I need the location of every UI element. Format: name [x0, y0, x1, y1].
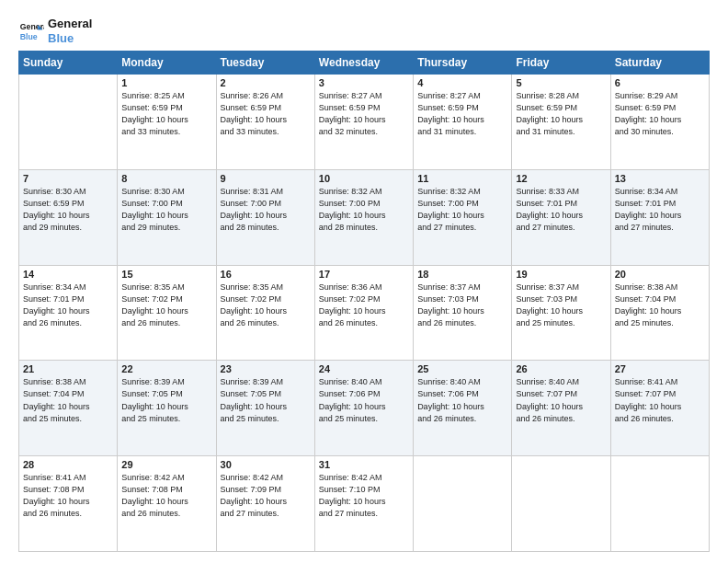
calendar-cell: 7Sunrise: 8:30 AM Sunset: 6:59 PM Daylig…: [19, 169, 118, 265]
day-info: Sunrise: 8:38 AM Sunset: 7:04 PM Dayligh…: [23, 376, 113, 424]
calendar-cell: 1Sunrise: 8:25 AM Sunset: 6:59 PM Daylig…: [118, 75, 216, 170]
day-info: Sunrise: 8:34 AM Sunset: 7:01 PM Dayligh…: [615, 186, 705, 234]
day-info: Sunrise: 8:30 AM Sunset: 7:00 PM Dayligh…: [121, 186, 211, 234]
calendar-cell: 4Sunrise: 8:27 AM Sunset: 6:59 PM Daylig…: [414, 75, 512, 170]
day-info: Sunrise: 8:31 AM Sunset: 7:00 PM Dayligh…: [221, 186, 311, 234]
calendar-cell: 11Sunrise: 8:32 AM Sunset: 7:00 PM Dayli…: [414, 169, 512, 265]
calendar-cell: 8Sunrise: 8:30 AM Sunset: 7:00 PM Daylig…: [118, 169, 216, 265]
calendar-cell: 29Sunrise: 8:42 AM Sunset: 7:08 PM Dayli…: [118, 456, 216, 552]
day-number: 31: [319, 459, 409, 470]
day-info: Sunrise: 8:34 AM Sunset: 7:01 PM Dayligh…: [23, 282, 113, 329]
day-number: 14: [23, 269, 113, 280]
calendar-cell: 3Sunrise: 8:27 AM Sunset: 6:59 PM Daylig…: [314, 75, 413, 170]
calendar-cell: 25Sunrise: 8:40 AM Sunset: 7:06 PM Dayli…: [414, 361, 512, 456]
day-number: 30: [221, 459, 311, 470]
day-number: 24: [319, 363, 409, 374]
calendar-cell: 6Sunrise: 8:29 AM Sunset: 6:59 PM Daylig…: [610, 75, 709, 170]
day-info: Sunrise: 8:42 AM Sunset: 7:08 PM Dayligh…: [121, 472, 211, 520]
day-info: Sunrise: 8:37 AM Sunset: 7:03 PM Dayligh…: [516, 282, 606, 329]
day-number: 16: [221, 269, 311, 280]
calendar-cell: 24Sunrise: 8:40 AM Sunset: 7:06 PM Dayli…: [314, 361, 413, 456]
calendar-header-row: SundayMondayTuesdayWednesdayThursdayFrid…: [19, 52, 710, 75]
calendar-cell: 28Sunrise: 8:41 AM Sunset: 7:08 PM Dayli…: [19, 456, 118, 552]
calendar-cell: 14Sunrise: 8:34 AM Sunset: 7:01 PM Dayli…: [19, 265, 118, 361]
calendar-table: SundayMondayTuesdayWednesdayThursdayFrid…: [18, 51, 710, 552]
day-number: 19: [516, 269, 606, 280]
calendar-cell: 26Sunrise: 8:40 AM Sunset: 7:07 PM Dayli…: [512, 361, 610, 456]
day-number: 3: [319, 77, 409, 88]
day-number: 25: [417, 363, 507, 374]
day-info: Sunrise: 8:40 AM Sunset: 7:06 PM Dayligh…: [417, 376, 507, 424]
calendar-cell: [512, 456, 610, 552]
calendar-cell: 12Sunrise: 8:33 AM Sunset: 7:01 PM Dayli…: [512, 169, 610, 265]
calendar-cell: 18Sunrise: 8:37 AM Sunset: 7:03 PM Dayli…: [414, 265, 512, 361]
day-info: Sunrise: 8:40 AM Sunset: 7:06 PM Dayligh…: [319, 376, 409, 424]
day-number: 6: [615, 77, 705, 88]
day-number: 5: [516, 77, 606, 88]
day-number: 9: [221, 173, 311, 184]
day-number: 18: [417, 269, 507, 280]
day-info: Sunrise: 8:42 AM Sunset: 7:09 PM Dayligh…: [221, 472, 311, 520]
calendar-week-5: 28Sunrise: 8:41 AM Sunset: 7:08 PM Dayli…: [19, 456, 710, 552]
logo-icon: General Blue: [18, 18, 44, 44]
calendar-header-thursday: Thursday: [414, 52, 512, 75]
day-number: 4: [417, 77, 507, 88]
calendar-week-2: 7Sunrise: 8:30 AM Sunset: 6:59 PM Daylig…: [19, 169, 710, 265]
calendar-cell: 27Sunrise: 8:41 AM Sunset: 7:07 PM Dayli…: [610, 361, 709, 456]
day-info: Sunrise: 8:33 AM Sunset: 7:01 PM Dayligh…: [516, 186, 606, 234]
calendar-week-1: 1Sunrise: 8:25 AM Sunset: 6:59 PM Daylig…: [19, 75, 710, 170]
day-number: 20: [615, 269, 705, 280]
calendar-cell: 17Sunrise: 8:36 AM Sunset: 7:02 PM Dayli…: [314, 265, 413, 361]
day-info: Sunrise: 8:39 AM Sunset: 7:05 PM Dayligh…: [121, 376, 211, 424]
day-info: Sunrise: 8:27 AM Sunset: 6:59 PM Dayligh…: [319, 90, 409, 138]
day-number: 23: [221, 363, 311, 374]
day-info: Sunrise: 8:28 AM Sunset: 6:59 PM Dayligh…: [516, 90, 606, 138]
day-info: Sunrise: 8:29 AM Sunset: 6:59 PM Dayligh…: [615, 90, 705, 138]
calendar-week-4: 21Sunrise: 8:38 AM Sunset: 7:04 PM Dayli…: [19, 361, 710, 456]
day-info: Sunrise: 8:35 AM Sunset: 7:02 PM Dayligh…: [221, 282, 311, 329]
day-info: Sunrise: 8:42 AM Sunset: 7:10 PM Dayligh…: [319, 472, 409, 520]
calendar-cell: [19, 75, 118, 170]
page: General Blue General Blue SundayMondayTu…: [0, 0, 728, 563]
calendar-header-monday: Monday: [118, 52, 216, 75]
day-info: Sunrise: 8:37 AM Sunset: 7:03 PM Dayligh…: [417, 282, 507, 329]
calendar-cell: 20Sunrise: 8:38 AM Sunset: 7:04 PM Dayli…: [610, 265, 709, 361]
calendar-cell: 16Sunrise: 8:35 AM Sunset: 7:02 PM Dayli…: [216, 265, 314, 361]
day-info: Sunrise: 8:41 AM Sunset: 7:07 PM Dayligh…: [615, 376, 705, 424]
day-number: 27: [615, 363, 705, 374]
calendar-cell: 22Sunrise: 8:39 AM Sunset: 7:05 PM Dayli…: [118, 361, 216, 456]
day-number: 7: [23, 173, 113, 184]
calendar-cell: 21Sunrise: 8:38 AM Sunset: 7:04 PM Dayli…: [19, 361, 118, 456]
day-number: 15: [121, 269, 211, 280]
day-info: Sunrise: 8:32 AM Sunset: 7:00 PM Dayligh…: [417, 186, 507, 234]
calendar-header-saturday: Saturday: [610, 52, 709, 75]
day-number: 26: [516, 363, 606, 374]
day-number: 11: [417, 173, 507, 184]
day-number: 17: [319, 269, 409, 280]
calendar-cell: 19Sunrise: 8:37 AM Sunset: 7:03 PM Dayli…: [512, 265, 610, 361]
day-info: Sunrise: 8:40 AM Sunset: 7:07 PM Dayligh…: [516, 376, 606, 424]
calendar-cell: 10Sunrise: 8:32 AM Sunset: 7:00 PM Dayli…: [314, 169, 413, 265]
calendar-cell: 31Sunrise: 8:42 AM Sunset: 7:10 PM Dayli…: [314, 456, 413, 552]
calendar-cell: 13Sunrise: 8:34 AM Sunset: 7:01 PM Dayli…: [610, 169, 709, 265]
logo: General Blue General Blue: [18, 17, 92, 45]
day-info: Sunrise: 8:38 AM Sunset: 7:04 PM Dayligh…: [615, 282, 705, 329]
day-number: 10: [319, 173, 409, 184]
calendar-cell: 30Sunrise: 8:42 AM Sunset: 7:09 PM Dayli…: [216, 456, 314, 552]
header: General Blue General Blue: [18, 17, 710, 45]
calendar-header-friday: Friday: [512, 52, 610, 75]
calendar-week-3: 14Sunrise: 8:34 AM Sunset: 7:01 PM Dayli…: [19, 265, 710, 361]
day-number: 13: [615, 173, 705, 184]
day-info: Sunrise: 8:39 AM Sunset: 7:05 PM Dayligh…: [221, 376, 311, 424]
calendar-cell: [610, 456, 709, 552]
calendar-cell: 2Sunrise: 8:26 AM Sunset: 6:59 PM Daylig…: [216, 75, 314, 170]
day-number: 22: [121, 363, 211, 374]
day-number: 8: [121, 173, 211, 184]
calendar-header-tuesday: Tuesday: [216, 52, 314, 75]
day-info: Sunrise: 8:36 AM Sunset: 7:02 PM Dayligh…: [319, 282, 409, 329]
calendar-cell: 9Sunrise: 8:31 AM Sunset: 7:00 PM Daylig…: [216, 169, 314, 265]
calendar-header-wednesday: Wednesday: [314, 52, 413, 75]
logo-blue: Blue: [48, 31, 92, 46]
day-number: 12: [516, 173, 606, 184]
day-number: 21: [23, 363, 113, 374]
